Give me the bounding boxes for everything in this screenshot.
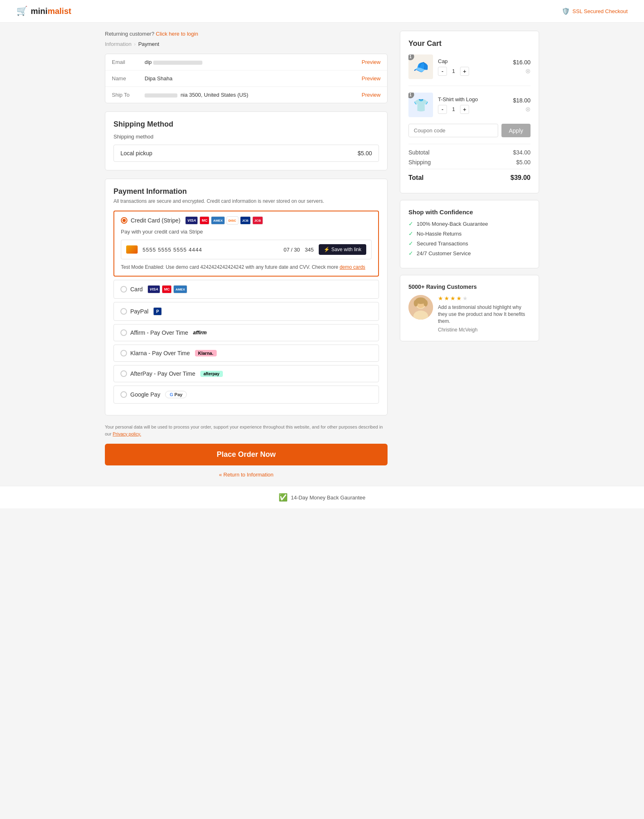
cart-divider — [408, 86, 531, 86]
coupon-input[interactable] — [408, 124, 498, 137]
cap-qty-decrease[interactable]: - — [438, 67, 447, 76]
shipping-section: Shipping Method Shipping method Local pi… — [105, 111, 388, 170]
shipping-title: Shipping Method — [113, 120, 379, 129]
place-order-button[interactable]: Place Order Now — [105, 444, 388, 465]
cc-chip-icon — [126, 245, 138, 254]
jcb-icon: JCB — [240, 216, 251, 225]
cart-item-cap: 1 🧢 Cap - 1 + $16.00 ⊗ — [408, 54, 531, 79]
save-with-link-button[interactable]: ⚡ Save with link — [319, 244, 366, 255]
payment-option-googlepay[interactable]: Google Pay G Pay — [113, 386, 379, 404]
testimonial-author: Christine McVeigh — [438, 327, 531, 333]
header: 🛒 minimalist 🛡️ SSL Secured Checkout — [0, 0, 644, 23]
link-icon: ⚡ — [324, 247, 330, 252]
cart-item-tshirt-image: 1 👕 — [408, 93, 433, 117]
left-column: Returning customer? Click here to login … — [105, 31, 388, 478]
test-notice: Test Mode Enabled: Use demo card 4242424… — [121, 263, 372, 271]
email-row: Email dip Preview — [105, 54, 387, 70]
demo-cards-link[interactable]: demo cards — [340, 264, 365, 270]
name-row: Name Dipa Shaha Preview — [105, 70, 387, 87]
cc-number[interactable]: 5555 5555 5555 4444 — [143, 247, 279, 253]
cart-item-tshirt: 1 👕 T-Shirt with Logo - 1 + $18.00 ⊗ — [408, 93, 531, 117]
cart-icon: 🛒 — [16, 6, 27, 16]
cart-title: Your Cart — [408, 39, 531, 48]
testimonial-card: 5000+ Raving Customers — [400, 275, 539, 341]
radio-klarna — [120, 350, 127, 356]
star-2: ★ — [444, 295, 449, 302]
cart-totals: Subtotal $34.00 Shipping $5.00 Total $39… — [408, 144, 531, 181]
logo-text: minimalist — [31, 7, 71, 16]
klarna-icon: Klarna. — [195, 350, 217, 356]
afterpay-icon: afterpay — [200, 371, 223, 377]
cc-form: 5555 5555 5555 4444 07 / 30 345 ⚡ Save w… — [121, 240, 372, 259]
returning-customer: Returning customer? Click here to login — [105, 31, 388, 37]
cap-icon: 🧢 — [413, 60, 429, 74]
ssl-badge: 🛡️ SSL Secured Checkout — [562, 7, 628, 15]
star-1: ★ — [438, 295, 443, 302]
radio-card — [120, 286, 127, 293]
payment-title: Payment Information — [113, 187, 379, 196]
check-icon-2: ✓ — [408, 230, 413, 237]
confidence-item-1: ✓ 100% Money-Back Guarantee — [408, 220, 531, 227]
payment-option-card[interactable]: Card VISA MC AMEX — [113, 280, 379, 299]
check-icon-3: ✓ — [408, 240, 413, 247]
radio-credit-card — [121, 217, 127, 224]
cc-expiry[interactable]: 07 / 30 — [283, 247, 300, 253]
coupon-apply-button[interactable]: Apply — [501, 124, 531, 137]
confidence-title: Shop with Confidence — [408, 209, 531, 216]
cap-qty-increase[interactable]: + — [460, 67, 469, 76]
cart-card: Your Cart 1 🧢 Cap - 1 + $16.00 — [400, 31, 539, 193]
privacy-notice: Your personal data will be used to proce… — [105, 424, 388, 437]
cc-cvv[interactable]: 345 — [305, 247, 314, 253]
star-4: ★ — [456, 295, 462, 302]
testimonial-quote: Add a testimonial should highlight why t… — [438, 304, 531, 324]
confidence-item-2: ✓ No-Hassle Returns — [408, 230, 531, 237]
name-preview[interactable]: Preview — [362, 75, 381, 82]
shipping-option: Local pickup $5.00 — [113, 145, 379, 162]
cap-remove-button[interactable]: ⊗ — [525, 67, 531, 75]
mc-icon: MC — [200, 216, 209, 225]
right-column: Your Cart 1 🧢 Cap - 1 + $16.00 — [400, 31, 539, 341]
tshirt-qty-increase[interactable]: + — [460, 105, 469, 114]
privacy-link[interactable]: Privacy policy. — [113, 431, 141, 436]
visa-icon-2: VISA — [147, 285, 160, 293]
email-value: dip — [145, 59, 362, 65]
paypal-icon: P — [153, 307, 162, 315]
radio-afterpay — [120, 370, 127, 377]
tshirt-remove-button[interactable]: ⊗ — [525, 105, 531, 113]
customers-title: 5000+ Raving Customers — [408, 284, 531, 290]
star-5: ★ — [463, 295, 468, 302]
payment-option-afterpay[interactable]: AfterPay - Pay Over Time afterpay — [113, 365, 379, 382]
tshirt-qty-decrease[interactable]: - — [438, 105, 447, 114]
shipping-row: Shipping $5.00 — [408, 159, 531, 166]
googlepay-icon: G Pay — [165, 391, 187, 398]
amex-icon: AMEX — [211, 216, 224, 225]
return-to-info-link[interactable]: « Return to Information — [219, 472, 274, 478]
login-link[interactable]: Click here to login — [156, 31, 198, 37]
chevron-icon: › — [134, 41, 136, 47]
star-rating: ★ ★ ★ ★ ★ — [438, 295, 531, 302]
payment-option-klarna[interactable]: Klarna - Pay Over Time Klarna. — [113, 345, 379, 362]
avatar-image — [408, 295, 433, 320]
testimonial-content: ★ ★ ★ ★ ★ Add a testimonial should highl… — [408, 295, 531, 333]
cart-item-cap-image: 1 🧢 — [408, 54, 433, 79]
payment-option-paypal[interactable]: PayPal P — [113, 302, 379, 321]
payment-option-credit-card[interactable]: Credit Card (Stripe) VISA MC AMEX DISC J… — [113, 211, 379, 277]
confidence-card: Shop with Confidence ✓ 100% Money-Back G… — [400, 200, 539, 268]
discover-icon: DISC — [227, 216, 238, 225]
email-preview[interactable]: Preview — [362, 59, 381, 65]
radio-paypal — [120, 308, 127, 315]
jcb2-icon: JCB — [252, 216, 263, 225]
ship-value: nia 3500, United States (US) — [145, 92, 362, 98]
subtotal-row: Subtotal $34.00 — [408, 149, 531, 156]
payment-option-affirm[interactable]: Affirm - Pay Over Time affirm — [113, 324, 379, 341]
ship-preview[interactable]: Preview — [362, 92, 381, 98]
payment-subtitle: All transactions are secure and encrypte… — [113, 198, 379, 204]
svg-point-5 — [414, 300, 418, 306]
tshirt-icon: 👕 — [413, 98, 429, 112]
confidence-item-4: ✓ 24/7 Customer Service — [408, 250, 531, 256]
shipping-subtitle: Shipping method — [113, 134, 379, 140]
breadcrumb: Information › Payment — [105, 41, 388, 47]
logo: 🛒 minimalist — [16, 6, 71, 16]
star-3: ★ — [450, 295, 456, 302]
svg-point-6 — [424, 300, 428, 306]
